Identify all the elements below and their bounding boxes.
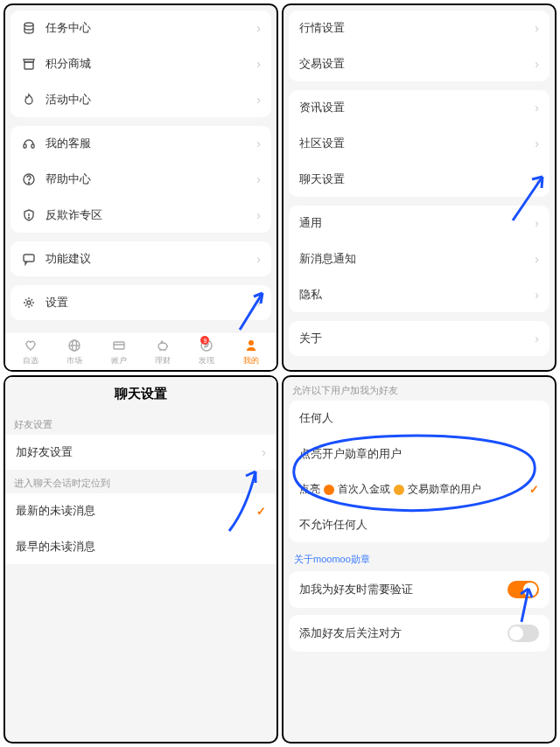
row-activity-center[interactable]: 活动中心 › xyxy=(10,81,271,117)
row-news-settings[interactable]: 资讯设置› xyxy=(289,90,550,125)
row-customer-service[interactable]: 我的客服 › xyxy=(10,126,271,161)
row-label: 隐私 xyxy=(299,287,535,303)
svg-rect-2 xyxy=(32,144,34,148)
row-label: 设置 xyxy=(46,295,256,311)
row-add-friend-settings[interactable]: 加好友设置 › xyxy=(5,435,276,470)
menu-group: 任务中心 › 积分商城 › 活动中心 › xyxy=(10,10,271,117)
row-privacy[interactable]: 隐私› xyxy=(289,276,550,312)
svg-point-11 xyxy=(158,343,167,350)
settings-group: 资讯设置› 社区设置› 聊天设置› xyxy=(289,90,550,197)
chevron-right-icon: › xyxy=(256,57,261,71)
row-points-mall[interactable]: 积分商城 › xyxy=(10,45,271,81)
row-settings[interactable]: 设置 › xyxy=(10,285,271,320)
option-anyone[interactable]: 任何人 xyxy=(289,401,550,436)
panel-chat-settings: 聊天设置 好友设置 加好友设置 › 进入聊天会话时定位到 最新的未读消息 ✓ 最… xyxy=(4,375,278,744)
settings-scroll: 行情设置› 交易设置› 资讯设置› 社区设置› 聊天设置› 通用› 新消息通知›… xyxy=(284,5,555,370)
row-general[interactable]: 通用› xyxy=(289,206,550,241)
row-label: 活动中心 xyxy=(46,92,256,108)
row-label: 社区设置 xyxy=(299,136,535,151)
row-label: 资讯设置 xyxy=(299,100,535,115)
chevron-right-icon: › xyxy=(535,216,539,230)
row-follow-toggle[interactable]: 添加好友后关注对方 xyxy=(289,615,550,652)
headset-icon xyxy=(21,136,37,151)
chevron-right-icon: › xyxy=(256,136,261,150)
stack-icon xyxy=(21,20,37,36)
tab-label: 我的 xyxy=(243,355,259,367)
store-icon xyxy=(21,56,37,72)
text-part: 交易勋章的用户 xyxy=(408,482,481,497)
link-about-badge[interactable]: 关于moomoo勋章 xyxy=(284,548,555,571)
row-earliest-unread[interactable]: 最早的未读消息 xyxy=(5,528,276,564)
menu-group: 我的客服 › 帮助中心 › 反欺诈专区 › xyxy=(10,126,271,233)
tab-label: 自选 xyxy=(23,355,38,367)
toggle-group: 加我为好友时需要验证 xyxy=(289,571,550,608)
row-label: 不允许任何人 xyxy=(299,517,539,533)
row-label: 新消息通知 xyxy=(299,251,535,267)
svg-point-4 xyxy=(29,183,30,184)
svg-rect-1 xyxy=(24,144,26,148)
row-label: 任何人 xyxy=(299,410,539,426)
comment-icon xyxy=(21,251,37,267)
check-icon: ✓ xyxy=(256,505,266,518)
row-latest-unread[interactable]: 最新的未读消息 ✓ xyxy=(5,493,276,528)
row-trade-settings[interactable]: 交易设置› xyxy=(289,45,550,81)
chevron-right-icon: › xyxy=(256,93,261,107)
option-nobody[interactable]: 不允许任何人 xyxy=(289,506,550,542)
chevron-right-icon: › xyxy=(535,21,539,35)
section-label: 好友设置 xyxy=(5,411,276,435)
row-community-settings[interactable]: 社区设置› xyxy=(289,125,550,161)
chevron-right-icon: › xyxy=(535,172,539,186)
svg-point-13 xyxy=(248,340,254,346)
toggle-switch[interactable] xyxy=(508,625,539,642)
tab-discover[interactable]: 发现 9 xyxy=(199,338,214,367)
tab-label: 账户 xyxy=(111,355,127,367)
chevron-right-icon: › xyxy=(535,332,539,346)
tab-wealth[interactable]: 理财 xyxy=(155,338,171,367)
tab-account[interactable]: 账户 xyxy=(111,338,127,367)
row-label: 最早的未读消息 xyxy=(16,539,266,555)
row-label: 帮助中心 xyxy=(46,171,256,187)
row-label: 交易设置 xyxy=(299,56,535,72)
chevron-right-icon: › xyxy=(535,252,539,266)
row-chat-settings[interactable]: 聊天设置› xyxy=(289,161,550,197)
menu-group: 功能建议 › xyxy=(10,241,271,276)
row-label: 积分商城 xyxy=(46,56,256,72)
svg-point-7 xyxy=(27,301,31,304)
svg-point-0 xyxy=(24,23,33,26)
tab-label: 发现 xyxy=(199,355,214,367)
row-antifraud[interactable]: 反欺诈专区 › xyxy=(10,197,271,233)
tab-market[interactable]: 市场 xyxy=(66,338,82,367)
row-feedback[interactable]: 功能建议 › xyxy=(10,241,271,276)
chevron-right-icon: › xyxy=(262,445,266,459)
row-new-message-notify[interactable]: 新消息通知› xyxy=(289,241,550,276)
chevron-right-icon: › xyxy=(256,296,261,310)
row-about[interactable]: 关于› xyxy=(289,321,550,356)
person-icon xyxy=(243,338,259,353)
row-task-center[interactable]: 任务中心 › xyxy=(10,10,271,45)
menu-scroll: 任务中心 › 积分商城 › 活动中心 › 我的客服 › 帮助中心 xyxy=(5,5,276,332)
row-help-center[interactable]: 帮助中心 › xyxy=(10,161,271,197)
chevron-right-icon: › xyxy=(256,172,261,186)
chevron-right-icon: › xyxy=(535,101,539,115)
chevron-right-icon: › xyxy=(535,288,539,302)
page-title: 聊天设置 xyxy=(5,377,276,411)
row-label: 关于 xyxy=(299,331,535,346)
panel-settings: 行情设置› 交易设置› 资讯设置› 社区设置› 聊天设置› 通用› 新消息通知›… xyxy=(282,3,556,372)
row-quote-settings[interactable]: 行情设置› xyxy=(289,10,550,45)
heart-icon xyxy=(23,338,38,353)
tab-label: 市场 xyxy=(66,355,82,367)
row-label: 行情设置 xyxy=(299,20,535,36)
tab-mine[interactable]: 我的 xyxy=(243,338,259,367)
chevron-right-icon: › xyxy=(535,57,539,71)
tab-watchlist[interactable]: 自选 xyxy=(23,338,38,367)
row-label: 我的客服 xyxy=(46,136,256,151)
row-label: 添加好友后关注对方 xyxy=(299,625,508,641)
row-label: 点亮开户勋章的用户 xyxy=(299,446,539,462)
option-open-account-badge[interactable]: 点亮开户勋章的用户 xyxy=(289,436,550,471)
row-verify-toggle[interactable]: 加我为好友时需要验证 xyxy=(289,571,550,608)
panel-my-menu: 任务中心 › 积分商城 › 活动中心 › 我的客服 › 帮助中心 xyxy=(4,3,278,372)
option-deposit-or-trade-badge[interactable]: 点亮 首次入金或 交易勋章的用户 ✓ xyxy=(289,471,550,506)
svg-rect-10 xyxy=(114,342,124,349)
tab-bar: 自选 市场 账户 理财 发现 9 我的 xyxy=(5,332,276,370)
toggle-switch[interactable] xyxy=(508,581,539,598)
